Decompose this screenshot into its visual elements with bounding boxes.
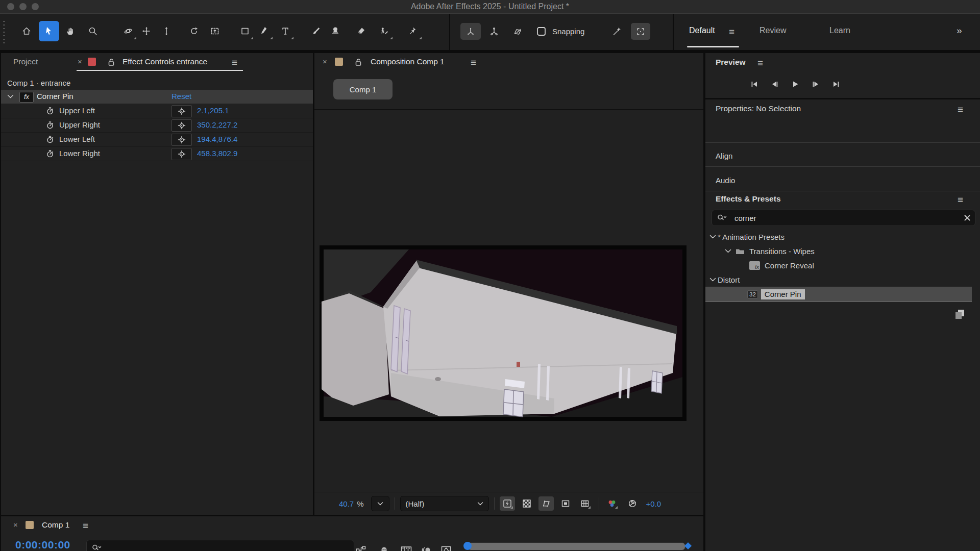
grid-guides-button[interactable]: [577, 496, 593, 511]
chevron-down-icon[interactable]: [709, 277, 716, 282]
clone-stamp-tool-button[interactable]: [325, 21, 346, 41]
tree-row-distort[interactable]: Distort: [705, 272, 980, 287]
properties-menu-icon[interactable]: ≡: [958, 105, 963, 114]
stopwatch-icon[interactable]: [45, 134, 55, 144]
tree-row-corner-pin[interactable]: 32 Corner Pin: [705, 287, 972, 302]
panel-group-chip-red[interactable]: [88, 58, 96, 66]
next-frame-button[interactable]: [807, 78, 824, 91]
tab-timeline-comp1[interactable]: Comp 1: [42, 520, 69, 530]
rectangle-tool-button[interactable]: [235, 21, 255, 41]
eraser-tool-button[interactable]: [351, 21, 371, 41]
tab-project[interactable]: Project: [13, 57, 38, 66]
chevron-down-icon[interactable]: [7, 94, 14, 99]
point-picker-button[interactable]: [172, 134, 192, 146]
workspace-tab-review[interactable]: Review: [760, 26, 786, 35]
align-panel-header[interactable]: Align: [716, 152, 732, 160]
audio-panel-header[interactable]: Audio: [716, 176, 735, 185]
scrollbar-track[interactable]: [468, 542, 685, 550]
effect-controls-close-icon[interactable]: ×: [78, 57, 82, 66]
current-timecode[interactable]: 0:00:00:00: [15, 539, 70, 551]
view-axis-mode-button[interactable]: [507, 23, 528, 40]
puppet-pin-tool-button[interactable]: [403, 21, 424, 41]
graph-editor-icon[interactable]: [440, 545, 452, 551]
effects-presets-menu-icon[interactable]: ≡: [958, 195, 963, 205]
exposure-shutter-button[interactable]: [625, 496, 640, 511]
point-picker-button[interactable]: [172, 105, 192, 117]
exposure-value[interactable]: +0.0: [646, 499, 662, 508]
workspace-overflow-icon[interactable]: »: [957, 25, 962, 36]
composition-menu-icon[interactable]: ≡: [471, 58, 476, 67]
timeline-search-input[interactable]: [108, 543, 350, 551]
fx-badge-icon[interactable]: fx: [19, 92, 34, 103]
play-button[interactable]: [787, 78, 803, 91]
hand-tool-button[interactable]: [60, 21, 81, 41]
param-row-upper-left[interactable]: Upper Left 2.1,205.1: [1, 104, 313, 118]
new-preset-pages-icon[interactable]: [954, 308, 966, 320]
tab-effect-controls[interactable]: Effect Controls entrance: [122, 57, 207, 66]
clear-search-icon[interactable]: [964, 214, 971, 221]
tree-row-corner-reveal[interactable]: fx Corner Reveal: [705, 258, 980, 272]
param-value[interactable]: 2.1,205.1: [197, 106, 229, 115]
effects-search-box[interactable]: [712, 210, 975, 226]
timeline-zoom-scrollbar[interactable]: [463, 542, 690, 550]
zoom-out-knob[interactable]: [463, 542, 472, 550]
brush-tool-button[interactable]: [306, 21, 326, 41]
snapping-checkbox[interactable]: [535, 23, 547, 40]
tree-row-animation-presets[interactable]: * Animation Presets: [705, 230, 980, 244]
roto-brush-tool-button[interactable]: [374, 21, 395, 41]
chevron-down-icon[interactable]: [725, 248, 731, 254]
workspace-menu-icon[interactable]: ≡: [729, 27, 734, 37]
preview-menu-icon[interactable]: ≡: [757, 58, 763, 68]
magnification-value[interactable]: 40.7: [339, 499, 354, 508]
param-value[interactable]: 458.3,802.9: [197, 149, 237, 158]
composition-viewport[interactable]: [320, 245, 687, 421]
last-frame-button[interactable]: [828, 78, 844, 91]
panel-group-chip-tan[interactable]: [26, 521, 34, 529]
camera-tool-button[interactable]: [205, 21, 225, 41]
home-tool-button[interactable]: [16, 21, 37, 41]
zoom-tool-button[interactable]: [83, 21, 103, 41]
frame-blending-icon[interactable]: [400, 545, 412, 551]
region-of-interest-button[interactable]: [558, 496, 573, 511]
param-row-upper-right[interactable]: Upper Right 350.2,227.2: [1, 118, 313, 133]
toolbar-grip[interactable]: [3, 21, 5, 43]
stopwatch-icon[interactable]: [45, 106, 55, 116]
channel-color-button[interactable]: [604, 496, 620, 511]
selection-tool-button[interactable]: [39, 21, 59, 41]
param-value[interactable]: 194.4,876.4: [197, 135, 237, 143]
world-axis-mode-button[interactable]: [484, 23, 504, 40]
panel-group-chip-tan[interactable]: [335, 58, 343, 66]
fast-previews-button[interactable]: [500, 496, 515, 511]
param-value[interactable]: 350.2,227.2: [197, 120, 237, 129]
previous-frame-button[interactable]: [767, 78, 783, 91]
point-picker-button[interactable]: [172, 148, 192, 160]
dolly-camera-tool-button[interactable]: [156, 21, 177, 41]
shy-layers-icon[interactable]: [379, 545, 390, 551]
timeline-close-icon[interactable]: ×: [13, 520, 18, 529]
resolution-dropdown[interactable]: (Half): [400, 496, 489, 511]
first-frame-button[interactable]: [746, 78, 763, 91]
tree-row-transitions-wipes[interactable]: Transitions - Wipes: [705, 244, 980, 258]
effect-controls-menu-icon[interactable]: ≡: [232, 58, 237, 67]
reset-link[interactable]: Reset: [172, 92, 191, 101]
stopwatch-icon[interactable]: [45, 148, 55, 159]
mask-visibility-button[interactable]: [538, 496, 554, 511]
point-picker-button[interactable]: [172, 119, 192, 132]
magnification-dropdown-button[interactable]: [371, 496, 389, 511]
snap-to-features-button[interactable]: [631, 23, 650, 40]
effect-header-row[interactable]: fx Corner Pin Reset: [1, 90, 313, 104]
orbit-camera-tool-button[interactable]: [118, 21, 138, 41]
effects-search-input[interactable]: [733, 213, 964, 223]
local-axis-mode-button[interactable]: [460, 23, 481, 40]
type-tool-button[interactable]: [275, 21, 296, 41]
stopwatch-icon[interactable]: [45, 120, 55, 130]
param-row-lower-right[interactable]: Lower Right 458.3,802.9: [1, 146, 313, 161]
rotation-tool-button[interactable]: [184, 21, 204, 41]
timeline-menu-icon[interactable]: ≡: [83, 521, 88, 531]
timeline-search-box[interactable]: [86, 540, 354, 551]
mini-flowchart-icon[interactable]: [355, 545, 366, 551]
workspace-tab-learn[interactable]: Learn: [829, 26, 850, 35]
pen-tool-button[interactable]: [254, 21, 275, 41]
zoom-in-knob[interactable]: [684, 542, 692, 549]
composition-close-icon[interactable]: ×: [323, 57, 327, 66]
